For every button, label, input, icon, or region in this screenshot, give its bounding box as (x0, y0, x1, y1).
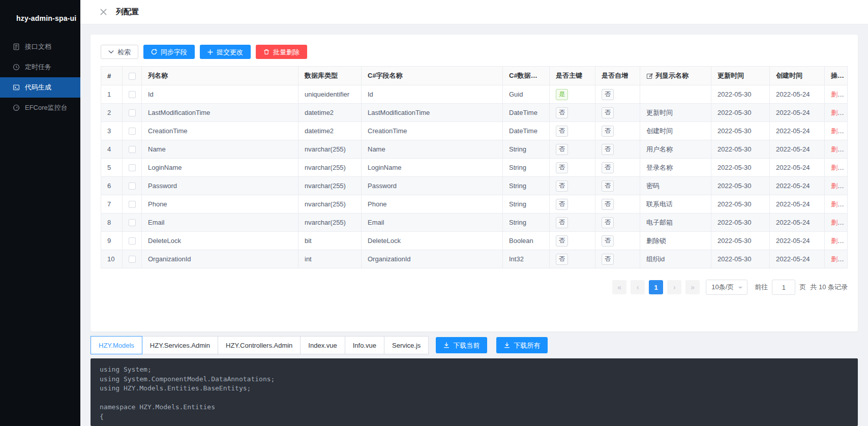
cell-checkbox (123, 140, 142, 159)
delete-link[interactable]: 删除 (831, 127, 844, 135)
auto-increment-tag[interactable]: 否 (602, 180, 614, 192)
table-row: 8Emailnvarchar(255)EmailString否否电子邮箱2022… (101, 214, 848, 232)
cell-display-name[interactable]: 更新时间 (640, 104, 711, 122)
delete-link[interactable]: 删除 (831, 219, 844, 226)
download-current-button[interactable]: 下载当前 (436, 337, 487, 353)
cell-display-name[interactable]: 登录名称 (640, 159, 711, 177)
cell-operations: 删除 (825, 159, 848, 177)
table-row: 7Phonenvarchar(255)PhoneString否否联系电话2022… (101, 195, 848, 214)
page-1-button[interactable]: 1 (649, 280, 663, 294)
cell-is-auto-increment: 否 (595, 232, 640, 250)
table-row: 4Namenvarchar(255)NameString否否用户名称2022-0… (101, 140, 848, 159)
auto-increment-tag[interactable]: 否 (602, 107, 614, 118)
primary-key-tag[interactable]: 否 (556, 254, 568, 265)
prev-page-button[interactable]: ‹ (631, 280, 645, 294)
last-page-button[interactable]: » (685, 280, 700, 294)
primary-key-tag[interactable]: 否 (556, 107, 568, 118)
delete-link[interactable]: 删除 (831, 145, 844, 153)
tab-service-js[interactable]: Service.js (384, 336, 429, 354)
download-all-button[interactable]: 下载所有 (496, 337, 548, 353)
download-current-label: 下载当前 (453, 342, 480, 349)
sidebar-item-api-docs[interactable]: 接口文档 (0, 37, 80, 57)
tab-hzy-models[interactable]: HZY.Models (91, 336, 142, 354)
table-row: 1IduniqueidentifierIdGuid是否2022-05-30202… (101, 85, 848, 104)
cell-display-name[interactable] (640, 85, 711, 104)
plus-icon (207, 49, 213, 55)
delete-link[interactable]: 删除 (831, 182, 844, 190)
cell-updated-time: 2022-05-30 (711, 140, 770, 159)
primary-key-tag[interactable]: 否 (556, 162, 568, 173)
primary-key-tag[interactable]: 否 (556, 235, 568, 247)
row-checkbox[interactable] (129, 182, 136, 190)
auto-increment-tag[interactable]: 否 (602, 144, 614, 155)
content: 检索 同步字段 提交更改 (80, 24, 868, 426)
tab-hzy-services-admin[interactable]: HZY.Services.Admin (142, 336, 218, 354)
cell-display-name[interactable]: 电子邮箱 (640, 214, 711, 232)
cell-display-name[interactable]: 删除锁 (640, 232, 711, 250)
row-checkbox[interactable] (129, 91, 136, 98)
goto-page-input[interactable] (772, 280, 795, 295)
sidebar-item-efcore-monitor[interactable]: EFCore监控台 (0, 98, 80, 118)
cell-index: 5 (101, 159, 123, 177)
submit-changes-button[interactable]: 提交更改 (200, 45, 251, 59)
batch-delete-button[interactable]: 批量删除 (256, 45, 307, 59)
row-checkbox[interactable] (129, 201, 136, 208)
dashboard-icon (12, 104, 20, 112)
delete-link[interactable]: 删除 (831, 164, 844, 171)
row-checkbox[interactable] (129, 109, 136, 116)
auto-increment-tag[interactable]: 否 (602, 254, 614, 265)
auto-increment-tag[interactable]: 否 (602, 217, 614, 228)
page-size-select[interactable]: 10条/页 (706, 280, 747, 295)
search-button-label: 检索 (117, 49, 131, 55)
primary-key-tag[interactable]: 否 (556, 126, 568, 137)
cell-cs-type: DateTime (503, 104, 550, 122)
table-row: 10OrganizationIdintOrganizationIdInt32否否… (101, 250, 848, 268)
sidebar-item-scheduled-tasks[interactable]: 定时任务 (0, 57, 80, 77)
row-checkbox[interactable] (129, 164, 136, 171)
cell-cs-type: String (503, 195, 550, 214)
cell-display-name[interactable]: 创建时间 (640, 122, 711, 140)
cell-db-type: bit (298, 232, 362, 250)
primary-key-tag[interactable]: 否 (556, 199, 568, 210)
row-checkbox[interactable] (129, 256, 136, 263)
cell-updated-time: 2022-05-30 (711, 104, 770, 122)
tab-index-vue[interactable]: Index.vue (300, 336, 345, 354)
row-checkbox[interactable] (129, 146, 136, 153)
auto-increment-tag[interactable]: 否 (602, 235, 614, 247)
auto-increment-tag[interactable]: 否 (602, 89, 614, 100)
sync-fields-button[interactable]: 同步字段 (143, 45, 195, 59)
header-updated-time: 更新时间 (711, 67, 770, 85)
row-checkbox[interactable] (129, 219, 136, 226)
auto-increment-tag[interactable]: 否 (602, 126, 614, 137)
auto-increment-tag[interactable]: 否 (602, 199, 614, 210)
auto-increment-tag[interactable]: 否 (602, 162, 614, 173)
close-icon[interactable] (100, 8, 107, 16)
delete-link[interactable]: 删除 (831, 255, 844, 263)
header-display-name: 列显示名称 (640, 67, 711, 85)
cell-cs-type: String (503, 140, 550, 159)
delete-link[interactable]: 删除 (831, 200, 844, 208)
tab-info-vue[interactable]: Info.vue (345, 336, 384, 354)
select-all-checkbox[interactable] (129, 73, 136, 80)
next-page-button[interactable]: › (667, 280, 681, 294)
primary-key-tag[interactable]: 否 (556, 180, 568, 192)
sidebar-item-code-generation[interactable]: 代码生成 (0, 77, 80, 98)
row-checkbox[interactable] (129, 237, 136, 245)
delete-link[interactable]: 删除 (831, 109, 844, 116)
table-row: 5LoginNamenvarchar(255)LoginNameString否否… (101, 159, 848, 177)
primary-key-tag[interactable]: 否 (556, 217, 568, 228)
first-page-button[interactable]: « (612, 280, 626, 294)
cell-display-name[interactable]: 联系电话 (640, 195, 711, 214)
cell-display-name[interactable]: 用户名称 (640, 140, 711, 159)
delete-link[interactable]: 删除 (831, 237, 844, 245)
search-toggle-button[interactable]: 检索 (101, 45, 138, 59)
primary-key-tag[interactable]: 是 (556, 89, 568, 100)
app-title: hzy-admin-spa-ui (0, 0, 80, 22)
cell-index: 7 (101, 195, 123, 214)
cell-display-name[interactable]: 密码 (640, 177, 711, 195)
primary-key-tag[interactable]: 否 (556, 144, 568, 155)
row-checkbox[interactable] (129, 128, 136, 135)
delete-link[interactable]: 删除 (831, 90, 844, 98)
cell-display-name[interactable]: 组织id (640, 250, 711, 268)
tab-hzy-controllers-admin[interactable]: HZY.Controllers.Admin (218, 336, 301, 354)
